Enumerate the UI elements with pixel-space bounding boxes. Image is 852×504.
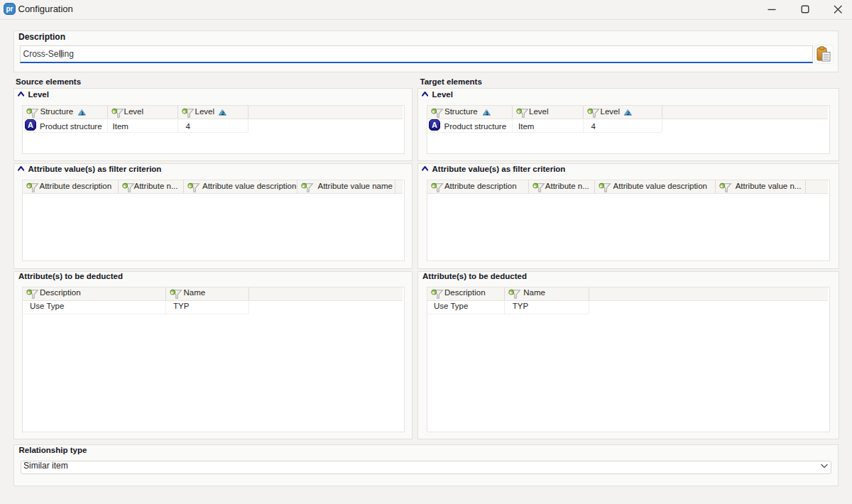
- svg-text:2: 2: [222, 110, 225, 116]
- svg-text:1: 1: [81, 110, 84, 116]
- svg-text:1: 1: [485, 110, 488, 116]
- svg-text:pr: pr: [6, 5, 13, 13]
- svg-text:2: 2: [627, 110, 630, 116]
- svg-text:A: A: [432, 121, 437, 129]
- svg-text:A: A: [28, 121, 33, 129]
